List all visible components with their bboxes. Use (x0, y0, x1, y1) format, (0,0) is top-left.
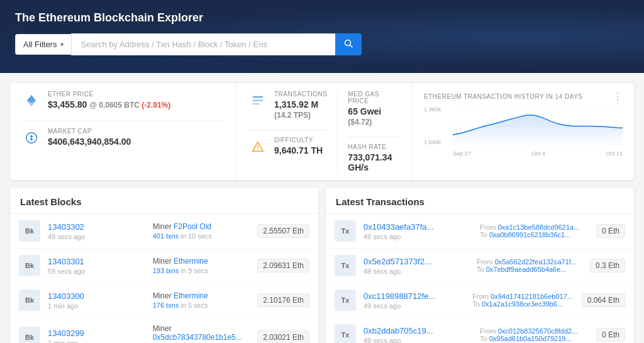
difficulty-row: DIFFICULTY 9,640.71 TH (248, 137, 327, 157)
tx-from: From 0x5a562d22fea132ca71f... (477, 258, 582, 266)
tx-amount: 0 Eth (596, 328, 625, 342)
gas-hashrate-col: MED GAS PRICE 65 Gwei ($4.72) HASH RATE … (338, 91, 401, 172)
tx-amount: 0.064 Eth (582, 293, 625, 307)
table-row: Bk 13403299 1 min ago Miner 0x5dcb783437… (10, 318, 318, 343)
stats-mid: TRANSACTIONS 1,315.92 M (14.2 TPS) (236, 83, 413, 180)
chart-menu-icon[interactable]: ⋮ (613, 91, 623, 103)
tx-badge: Tx (335, 324, 356, 343)
latest-transactions-panel: Latest Transactions Tx 0x10433aefa37fa..… (326, 188, 634, 343)
block-time: 49 secs ago (48, 233, 145, 240)
app-title: The Ethereum Blockchain Explorer (15, 11, 629, 25)
block-id[interactable]: 13403300 (48, 291, 145, 301)
chart-y-labels: 1 360k 1 040k (424, 106, 441, 145)
tx-to: To 0xa0b86991c6218b36c1... (480, 231, 589, 239)
stats-left: ETHER PRICE $3,455.80 @ 0.0605 BTC (-2.9… (10, 83, 236, 180)
tx-to: To 0x7ebdf9aeadd65b4a6e... (477, 266, 582, 273)
table-row: Tx 0x5e2d571373f2... 49 secs ago From 0x… (326, 249, 634, 283)
market-cap-label: MARKET CAP (48, 128, 131, 135)
tx-to: To 0x95ad61b0a150d79219... (480, 335, 589, 342)
med-gas-label: MED GAS PRICE (348, 91, 401, 104)
block-txns: 401 txns in 10 secs (153, 232, 250, 240)
tx-id[interactable]: 0x5e2d571373f2... (364, 257, 469, 266)
difficulty-icon (248, 137, 268, 157)
table-row: Tx 0xb2ddab705c19... 49 secs ago From 0x… (326, 318, 634, 343)
block-id[interactable]: 13403302 (48, 222, 145, 232)
ether-price-value: $3,455.80 @ 0.0605 BTC (-2.91%) (48, 99, 170, 110)
search-icon (344, 39, 353, 50)
tx-time: 49 secs ago (364, 337, 472, 344)
search-button[interactable] (335, 33, 362, 55)
difficulty-value: 9,640.71 TH (274, 145, 323, 155)
tx-badge: Tx (335, 220, 356, 242)
content: Latest Blocks Bk 13403302 49 secs ago Mi… (0, 188, 644, 343)
block-badge: Bk (19, 255, 40, 276)
tx-time: 49 secs ago (364, 302, 465, 310)
tx-from: From 0xc012b8325670c8fdd2... (480, 327, 589, 335)
tx-id[interactable]: 0x10433aefa37fa... (364, 222, 472, 232)
block-time: 1 min ago (48, 302, 145, 310)
transactions-row: TRANSACTIONS 1,315.92 M (14.2 TPS) (248, 91, 327, 120)
tx-badge: Tx (335, 290, 356, 311)
tx-amount: 0 Eth (596, 224, 625, 238)
tx-id[interactable]: 0xb2ddab705c19... (364, 326, 472, 335)
block-time: 59 secs ago (48, 267, 145, 275)
hash-rate-label: HASH RATE (348, 143, 401, 150)
ether-price-row: ETHER PRICE $3,455.80 @ 0.0605 BTC (-2.9… (21, 91, 225, 111)
block-badge: Bk (19, 327, 40, 343)
table-row: Tx 0xc1198988712fe... 49 secs ago From 0… (326, 283, 634, 318)
tx-from: From 0xa1c13be588dcd9621a... (480, 223, 589, 231)
chart-svg (453, 106, 623, 145)
block-amount: 2.03021 Eth (257, 330, 309, 343)
header: The Ethereum Blockchain Explorer All Fil… (0, 0, 644, 73)
block-miner: Miner Ethermine (153, 257, 250, 266)
block-txns: 176 txns in 5 secs (153, 301, 250, 309)
transactions-icon (248, 91, 268, 111)
block-miner: Miner 0x5dcb78343780e1b1e5... (153, 324, 250, 342)
market-cap-value: $406,643,940,854.00 (48, 137, 131, 147)
table-row: Bk 13403302 49 secs ago Miner F2Pool Old… (10, 214, 318, 249)
filter-dropdown[interactable]: All Filters ▾ (15, 34, 71, 55)
market-cap-row: MARKET CAP $406,643,940,854.00 (21, 128, 225, 148)
block-miner: Miner Ethermine (153, 291, 250, 300)
tx-badge: Tx (335, 255, 356, 276)
block-time: 1 min ago (48, 339, 145, 344)
table-row: Bk 13403300 1 min ago Miner Ethermine 17… (10, 283, 318, 318)
stats-right: ETHEREUM TRANSACTION HISTORY IN 14 DAYS … (413, 83, 634, 180)
gas-row: MED GAS PRICE 65 Gwei ($4.72) (348, 91, 401, 127)
table-row: Tx 0x10433aefa37fa... 49 secs ago From 0… (326, 214, 634, 249)
chart-y-label-high: 1 360k (424, 106, 441, 113)
search-bar: All Filters ▾ (15, 33, 629, 55)
block-badge: Bk (19, 220, 40, 242)
chart-y-label-low: 1 040k (424, 139, 441, 145)
latest-transactions-title: Latest Transactions (326, 188, 634, 214)
transactions-label: TRANSACTIONS (274, 91, 327, 98)
transactions-value: 1,315.92 M (14.2 TPS) (274, 99, 327, 120)
chevron-down-icon: ▾ (60, 41, 64, 48)
search-input[interactable] (71, 33, 335, 55)
ether-price-label: ETHER PRICE (48, 91, 170, 98)
hash-rate-value: 733,071.34 GH/s (348, 152, 401, 172)
tx-time: 49 secs ago (364, 233, 472, 240)
block-id[interactable]: 13403301 (48, 257, 145, 266)
filter-label: All Filters (23, 40, 57, 49)
transactions-col: TRANSACTIONS 1,315.92 M (14.2 TPS) (248, 91, 338, 172)
chart-title: ETHEREUM TRANSACTION HISTORY IN 14 DAYS (424, 93, 583, 100)
svg-line-1 (350, 45, 353, 48)
chart-x-label-2: Oct 4 (531, 150, 545, 157)
tx-to: To 0x1a2a1c938ce3ec39b6... (472, 300, 574, 308)
ether-price-icon (21, 91, 42, 111)
svg-rect-9 (253, 99, 264, 101)
block-amount: 2.10176 Eth (257, 293, 309, 307)
table-row: Bk 13403301 59 secs ago Miner Ethermine … (10, 249, 318, 283)
market-cap-icon (21, 128, 42, 148)
tx-id[interactable]: 0xc1198988712fe... (364, 291, 465, 301)
difficulty-label: DIFFICULTY (274, 137, 323, 143)
block-amount: 2.55507 Eth (257, 224, 309, 238)
block-id[interactable]: 13403299 (48, 329, 145, 338)
block-txns: 193 txns in 9 secs (153, 267, 250, 274)
chart-x-label-3: Oct 11 (606, 150, 623, 157)
latest-blocks-panel: Latest Blocks Bk 13403302 49 secs ago Mi… (10, 188, 318, 343)
svg-rect-10 (253, 103, 260, 105)
tx-time: 49 secs ago (364, 267, 469, 275)
chart-x-label-1: Sep 27 (453, 150, 471, 157)
